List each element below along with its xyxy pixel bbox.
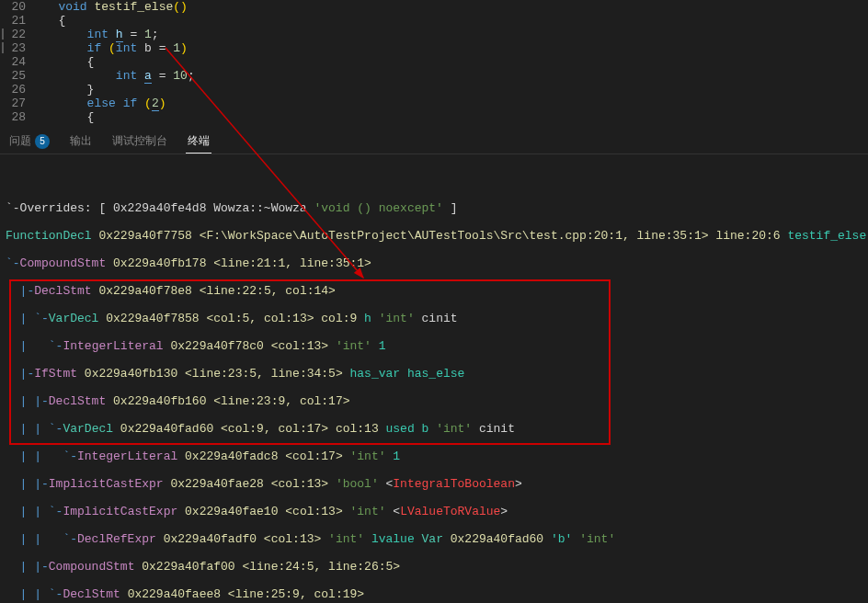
code-line-24[interactable]: { [37, 55, 868, 69]
line-number: 22 [0, 28, 37, 41]
code-line-26[interactable]: } [37, 83, 868, 97]
line-number: 23 [0, 41, 37, 55]
code-line-22[interactable]: int h = 1; [37, 28, 868, 41]
tab-debug-console[interactable]: 调试控制台 [110, 130, 169, 153]
line-number: 28 [0, 110, 37, 124]
code-line-23[interactable]: if (int b = 1) [37, 41, 868, 55]
code-editor[interactable]: 20 void testif_else() 21 { 22 int h = 1;… [0, 0, 868, 129]
code-line-20[interactable]: void testif_else() [37, 0, 868, 14]
tab-terminal[interactable]: 终端 [186, 130, 211, 154]
tab-output[interactable]: 输出 [68, 130, 94, 153]
line-number: 21 [0, 14, 37, 28]
terminal-output[interactable]: `-Overrides: [ 0x229a40fe4d8 Wowza::~Wow… [0, 154, 868, 603]
line-number: 27 [0, 97, 37, 110]
code-line-27[interactable]: else if (2) [37, 97, 868, 110]
tab-problems[interactable]: 问题5 [7, 130, 51, 153]
problems-badge: 5 [35, 134, 50, 149]
code-line-21[interactable]: { [37, 14, 868, 28]
line-number: 24 [0, 55, 37, 69]
line-number: 20 [0, 0, 37, 14]
line-number: 26 [0, 83, 37, 97]
code-line-28[interactable]: { [37, 110, 868, 124]
line-number: 25 [0, 69, 37, 83]
panel-tabs: 问题5 输出 调试控制台 终端 [0, 129, 868, 154]
code-line-25[interactable]: int a = 10; [37, 69, 868, 83]
